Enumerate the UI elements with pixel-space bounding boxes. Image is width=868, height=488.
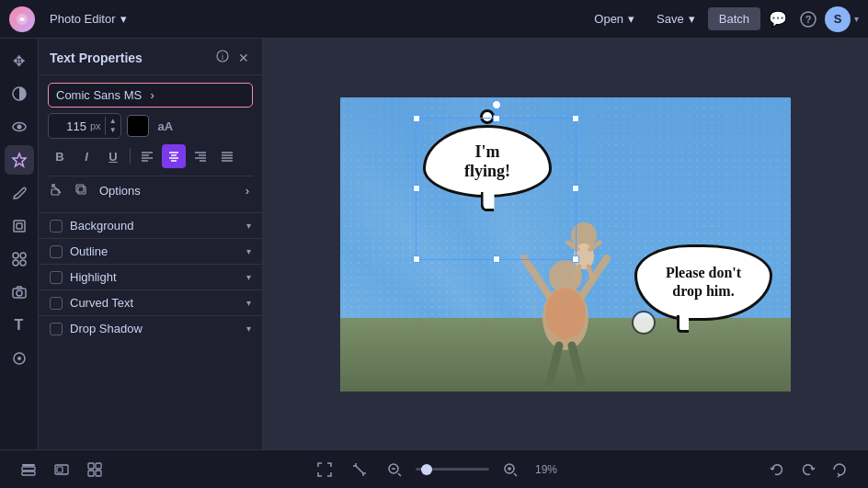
- topbar-actions: Open ▾ Save ▾ Batch 💬 ? S ▾: [585, 6, 859, 32]
- highlight-label: Highlight: [70, 270, 246, 284]
- highlight-section[interactable]: Highlight ▾: [39, 264, 262, 289]
- undo-button[interactable]: [763, 458, 791, 482]
- extra-tool-icon[interactable]: [5, 344, 34, 373]
- svg-point-44: [545, 288, 586, 339]
- font-selector[interactable]: Comic Sans MS ›: [48, 83, 253, 108]
- app-title-button[interactable]: Photo Editor ▾: [42, 8, 134, 29]
- duplicate-text-btn[interactable]: [72, 180, 90, 201]
- text-tool-icon[interactable]: T: [5, 311, 34, 340]
- options-label: Options: [99, 184, 141, 198]
- zoom-percentage: 19%: [531, 463, 561, 476]
- bold-btn[interactable]: B: [48, 144, 72, 168]
- layers-button[interactable]: [15, 458, 42, 482]
- outline-checkbox[interactable]: [50, 245, 63, 258]
- zoom-in-button[interactable]: [497, 458, 524, 482]
- svg-rect-57: [57, 467, 63, 472]
- drop-shadow-checkbox[interactable]: [50, 323, 63, 335]
- curved-text-section[interactable]: Curved Text ▾: [39, 289, 262, 315]
- svg-point-16: [17, 357, 21, 360]
- drop-shadow-label: Drop Shadow: [70, 322, 246, 335]
- underline-btn[interactable]: U: [101, 144, 125, 168]
- delete-text-btn[interactable]: [48, 180, 66, 201]
- avatar-chevron: ▾: [854, 14, 859, 24]
- icon-sidebar: ✥ T: [0, 39, 39, 449]
- font-size-unit: px: [90, 120, 105, 131]
- svg-point-14: [17, 290, 22, 296]
- svg-point-51: [633, 312, 655, 334]
- outline-chevron: ▾: [246, 246, 251, 256]
- grid-button[interactable]: [81, 458, 108, 482]
- comment-button[interactable]: 💬: [764, 6, 792, 32]
- panel-info-button[interactable]: i: [214, 48, 231, 67]
- svg-line-62: [356, 466, 363, 473]
- svg-line-43: [572, 346, 581, 382]
- open-chevron: ▾: [628, 12, 634, 26]
- main-area: ✥ T Text Properties: [0, 39, 868, 449]
- redo-button[interactable]: [794, 458, 822, 482]
- batch-button[interactable]: Batch: [708, 7, 760, 30]
- format-row: B I U: [48, 144, 253, 168]
- font-name: Comic Sans MS: [56, 88, 151, 102]
- outline-label: Outline: [70, 244, 246, 258]
- figure-svg: [340, 97, 791, 392]
- italic-btn[interactable]: I: [74, 144, 98, 168]
- app-logo: [9, 6, 35, 32]
- align-center-btn[interactable]: [162, 144, 186, 168]
- effects-tool-icon[interactable]: [5, 145, 34, 175]
- svg-line-42: [550, 346, 559, 382]
- font-size-up-btn[interactable]: ▲: [106, 117, 120, 126]
- open-label: Open: [594, 12, 623, 26]
- options-chevron: ›: [246, 184, 249, 198]
- zoom-slider[interactable]: [416, 468, 489, 471]
- camera-tool-icon[interactable]: [5, 278, 34, 307]
- layer-tool-icon[interactable]: [5, 211, 34, 241]
- color-swatch[interactable]: [127, 115, 149, 137]
- zoom-slider-wrap: [416, 468, 489, 471]
- canvas-content: I'mflying! Please don't drop him.: [340, 97, 791, 392]
- svg-point-5: [17, 125, 21, 130]
- font-size-input[interactable]: [49, 119, 90, 133]
- help-button[interactable]: ?: [795, 6, 821, 32]
- adult-figure: [524, 258, 607, 382]
- zoom-out-button[interactable]: [381, 458, 408, 482]
- eye-tool-icon[interactable]: [5, 112, 34, 142]
- options-row: Options ›: [48, 176, 253, 205]
- svg-rect-60: [88, 471, 94, 476]
- background-label: Background: [70, 219, 246, 233]
- properties-panel: Text Properties i ✕ Comic Sans MS › px ▲…: [39, 39, 263, 449]
- svg-rect-55: [22, 464, 35, 466]
- move-tool-icon[interactable]: ✥: [5, 46, 34, 75]
- forward-button[interactable]: [826, 458, 853, 482]
- highlight-chevron: ▾: [246, 272, 251, 282]
- background-checkbox[interactable]: [50, 220, 63, 233]
- topbar: Photo Editor ▾ Open ▾ Save ▾ Batch 💬 ? S…: [0, 0, 868, 39]
- bottom-toolbar: 19%: [0, 449, 868, 488]
- align-left-btn[interactable]: [135, 144, 159, 168]
- user-avatar-button[interactable]: S ▾: [825, 6, 859, 32]
- curved-text-checkbox[interactable]: [50, 297, 63, 310]
- fit-to-screen-button[interactable]: [311, 458, 338, 482]
- app-title-chevron: ▾: [120, 12, 127, 26]
- panel-close-button[interactable]: ✕: [236, 49, 251, 67]
- font-selector-chevron: ›: [151, 88, 246, 102]
- avatar: S: [825, 6, 851, 32]
- case-button[interactable]: aA: [154, 117, 177, 135]
- open-button[interactable]: Open ▾: [585, 7, 644, 30]
- background-section[interactable]: Background ▾: [39, 212, 262, 238]
- canvas-image[interactable]: I'mflying! Please don't drop him.: [340, 97, 791, 392]
- panel-header: Text Properties i ✕: [39, 39, 262, 75]
- crop-button[interactable]: [346, 458, 373, 482]
- history-button[interactable]: [48, 458, 75, 482]
- panel-title: Text Properties: [50, 51, 209, 65]
- drop-shadow-section[interactable]: Drop Shadow ▾: [39, 315, 262, 341]
- save-button[interactable]: Save ▾: [647, 7, 704, 30]
- options-button[interactable]: Options ›: [96, 181, 253, 200]
- highlight-checkbox[interactable]: [50, 271, 63, 284]
- justify-btn[interactable]: [215, 144, 239, 168]
- adjust-tool-icon[interactable]: [5, 79, 34, 108]
- outline-section[interactable]: Outline ▾: [39, 238, 262, 264]
- align-right-btn[interactable]: [188, 144, 212, 168]
- paint-tool-icon[interactable]: [5, 178, 34, 208]
- font-size-down-btn[interactable]: ▼: [106, 126, 120, 135]
- element-tool-icon[interactable]: [5, 244, 34, 274]
